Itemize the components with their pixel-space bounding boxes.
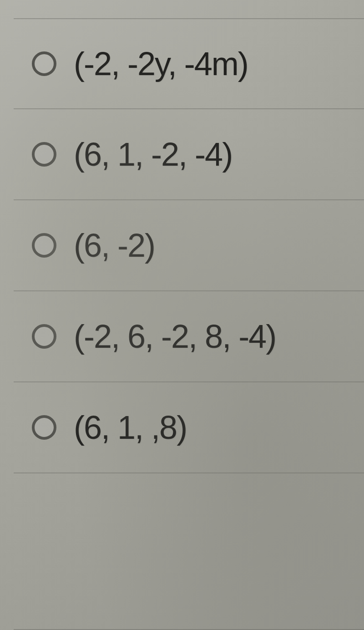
- option-label: (-2, 6, -2, 8, -4): [74, 318, 276, 355]
- option-row-4[interactable]: (-2, 6, -2, 8, -4): [14, 291, 364, 382]
- radio-icon[interactable]: [32, 415, 56, 440]
- empty-space: [14, 473, 364, 630]
- radio-icon[interactable]: [32, 324, 56, 349]
- option-label: (6, 1, -2, -4): [74, 136, 232, 173]
- radio-icon[interactable]: [32, 233, 56, 258]
- radio-options-list: (-2, -2y, -4m) (6, 1, -2, -4) (6, -2) (-…: [0, 0, 364, 630]
- option-row-5[interactable]: (6, 1, ,8): [14, 382, 364, 473]
- option-row-3[interactable]: (6, -2): [14, 200, 364, 291]
- radio-icon[interactable]: [32, 51, 56, 76]
- option-row-1[interactable]: (-2, -2y, -4m): [14, 18, 364, 109]
- radio-icon[interactable]: [32, 142, 56, 167]
- option-label: (6, 1, ,8): [74, 409, 187, 446]
- option-row-2[interactable]: (6, 1, -2, -4): [14, 109, 364, 200]
- option-label: (6, -2): [74, 227, 155, 264]
- option-label: (-2, -2y, -4m): [74, 45, 248, 82]
